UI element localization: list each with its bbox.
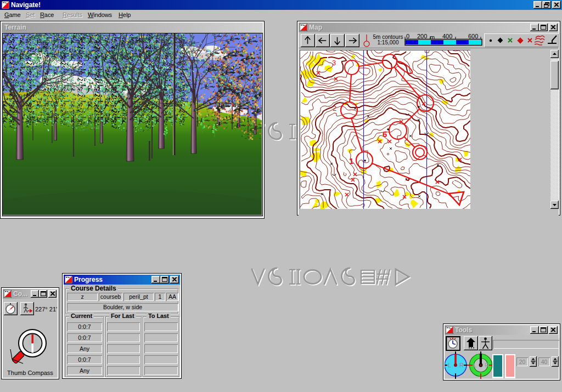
svg-text:3: 3	[332, 59, 336, 67]
svg-text:0: 0	[406, 33, 409, 39]
svg-text:R: R	[459, 362, 464, 368]
svg-text:200: 200	[417, 33, 427, 39]
svg-text:L: L	[448, 362, 451, 368]
svg-text:1: 1	[349, 156, 353, 166]
svg-text:L: L	[473, 362, 476, 368]
svg-text:R: R	[485, 362, 489, 368]
svg-text:600: 600	[468, 33, 478, 39]
svg-text:400: 400	[442, 33, 452, 39]
svg-text:6: 6	[383, 129, 387, 139]
svg-text:2: 2	[333, 104, 336, 112]
